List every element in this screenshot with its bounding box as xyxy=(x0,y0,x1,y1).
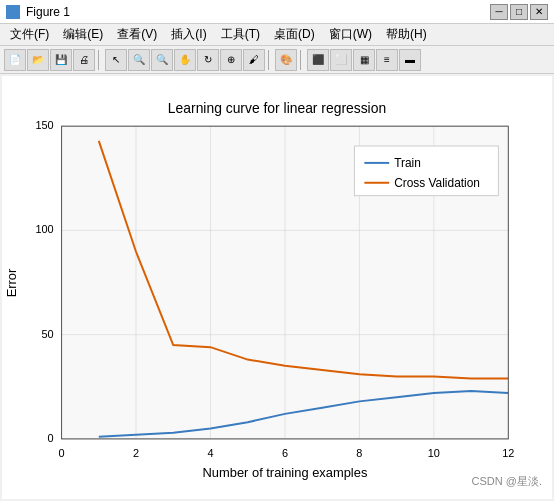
y-tick-0: 0 xyxy=(48,432,54,444)
menu-view[interactable]: 查看(V) xyxy=(111,25,163,44)
title-bar: Figure 1 ─ □ ✕ xyxy=(0,0,554,24)
zoom-out-button[interactable]: 🔍 xyxy=(151,49,173,71)
cursor-tool[interactable]: ↖ xyxy=(105,49,127,71)
y-tick-50: 50 xyxy=(41,328,53,340)
pan-button[interactable]: ✋ xyxy=(174,49,196,71)
y-axis-label: Error xyxy=(4,268,19,297)
chart-svg: Learning curve for linear regression 0 5… xyxy=(2,76,552,499)
new-button[interactable]: 📄 xyxy=(4,49,26,71)
menu-edit[interactable]: 编辑(E) xyxy=(57,25,109,44)
close-button[interactable]: ✕ xyxy=(530,4,548,20)
toolbar-separator-2 xyxy=(268,50,272,70)
save-button[interactable]: 💾 xyxy=(50,49,72,71)
legend-cv-label: Cross Validation xyxy=(394,176,480,190)
x-axis-label: Number of training examples xyxy=(203,465,368,480)
title-bar-controls: ─ □ ✕ xyxy=(490,4,548,20)
y-tick-100: 100 xyxy=(35,223,53,235)
x-tick-12: 12 xyxy=(502,447,514,459)
chart-title: Learning curve for linear regression xyxy=(168,100,386,116)
maximize-button[interactable]: □ xyxy=(510,4,528,20)
menu-help[interactable]: 帮助(H) xyxy=(380,25,433,44)
menu-tools[interactable]: 工具(T) xyxy=(215,25,266,44)
grid-button[interactable]: ▦ xyxy=(353,49,375,71)
x-tick-10: 10 xyxy=(428,447,440,459)
print-button[interactable]: 🖨 xyxy=(73,49,95,71)
layout-button[interactable]: ⬜ xyxy=(330,49,352,71)
x-tick-2: 2 xyxy=(133,447,139,459)
toolbar-separator-1 xyxy=(98,50,102,70)
x-tick-8: 8 xyxy=(356,447,362,459)
legend-button[interactable]: ≡ xyxy=(376,49,398,71)
brush-button[interactable]: 🖌 xyxy=(243,49,265,71)
dock-button[interactable]: ⬛ xyxy=(307,49,329,71)
colorbar-button[interactable]: ▬ xyxy=(399,49,421,71)
toolbar: 📄 📂 💾 🖨 ↖ 🔍 🔍 ✋ ↻ ⊕ 🖌 🎨 ⬛ ⬜ ▦ ≡ ▬ xyxy=(0,46,554,74)
menu-window[interactable]: 窗口(W) xyxy=(323,25,378,44)
title-bar-left: Figure 1 xyxy=(6,5,70,19)
plot-container: Learning curve for linear regression 0 5… xyxy=(2,76,552,499)
menu-bar: 文件(F) 编辑(E) 查看(V) 插入(I) 工具(T) 桌面(D) 窗口(W… xyxy=(0,24,554,46)
menu-desktop[interactable]: 桌面(D) xyxy=(268,25,321,44)
menu-file[interactable]: 文件(F) xyxy=(4,25,55,44)
window-title: Figure 1 xyxy=(26,5,70,19)
legend-train-label: Train xyxy=(394,156,421,170)
app-icon xyxy=(6,5,20,19)
datacursor-button[interactable]: ⊕ xyxy=(220,49,242,71)
minimize-button[interactable]: ─ xyxy=(490,4,508,20)
toolbar-separator-3 xyxy=(300,50,304,70)
y-tick-150: 150 xyxy=(35,119,53,131)
rotate-button[interactable]: ↻ xyxy=(197,49,219,71)
menu-insert[interactable]: 插入(I) xyxy=(165,25,212,44)
colormap-button[interactable]: 🎨 xyxy=(275,49,297,71)
open-button[interactable]: 📂 xyxy=(27,49,49,71)
watermark: CSDN @星淡. xyxy=(472,474,542,489)
x-tick-6: 6 xyxy=(282,447,288,459)
x-tick-4: 4 xyxy=(207,447,213,459)
zoom-in-button[interactable]: 🔍 xyxy=(128,49,150,71)
x-tick-0: 0 xyxy=(59,447,65,459)
